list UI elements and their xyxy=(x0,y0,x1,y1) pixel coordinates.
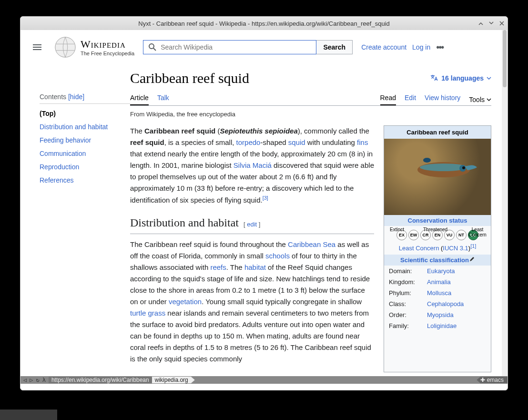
toc-sidebar: Contents [hide] (Top) Distribution and h… xyxy=(20,64,130,372)
logo-subtitle: The Free Encyclopedia xyxy=(81,51,134,56)
nav-forward-button[interactable]: ▷ xyxy=(30,377,33,383)
login-link[interactable]: Log in xyxy=(412,43,430,51)
search-input[interactable] xyxy=(161,43,311,51)
translate-icon xyxy=(430,74,438,82)
row-family: Family:Loliginidae xyxy=(384,320,491,331)
conservation-status: Least Concern (IUCN 3.1)[1] xyxy=(384,242,491,255)
window-title: Nyxt - Caribbean reef squid - Wikipedia … xyxy=(138,20,389,27)
svg-line-2 xyxy=(153,48,156,51)
more-menu-icon[interactable]: ••• xyxy=(436,42,443,53)
globe-icon xyxy=(54,36,77,59)
link-habitat[interactable]: habitat xyxy=(244,263,266,271)
toc-title: Contents xyxy=(40,93,66,101)
infobox-image[interactable] xyxy=(384,139,491,215)
create-account-link[interactable]: Create account xyxy=(361,43,406,51)
infobox: Caribbean reef squid xyxy=(384,125,491,372)
search-icon xyxy=(148,43,157,51)
svg-point-1 xyxy=(149,44,154,49)
link-torpedo[interactable]: torpedo xyxy=(236,138,261,146)
ref-1[interactable]: [1] xyxy=(470,243,476,249)
edit-section-link[interactable]: edit xyxy=(247,221,257,228)
close-icon[interactable] xyxy=(499,20,505,26)
nyxt-statusbar: ◁ ▷ ↻ λ https://en.wikipedia.org/wiki/Ca… xyxy=(20,376,508,384)
user-links: Create account Log in ••• xyxy=(361,42,443,53)
scrollbar-thumb[interactable] xyxy=(503,30,507,87)
link-schools[interactable]: schools xyxy=(265,252,290,260)
link-squid[interactable]: squid xyxy=(288,138,305,146)
svg-point-7 xyxy=(423,158,431,163)
toc-item-references[interactable]: References xyxy=(40,174,130,187)
domain-display[interactable]: wikipedia.org xyxy=(152,377,195,383)
search-button[interactable]: Search xyxy=(316,40,353,54)
tools-menu[interactable]: Tools xyxy=(469,94,491,105)
tabs: Article Talk Read Edit View history Tool… xyxy=(130,94,491,106)
page-title: Caribbean reef squid xyxy=(130,70,249,86)
conservation-header: Conservation status xyxy=(384,215,491,226)
minimize-icon[interactable] xyxy=(478,20,484,26)
tab-read[interactable]: Read xyxy=(380,94,396,105)
cons-ew: EW xyxy=(408,230,419,240)
tab-article[interactable]: Article xyxy=(130,94,149,105)
logo-wordmark: Wikipedia xyxy=(81,38,134,51)
toc-item-communication[interactable]: Communication xyxy=(40,147,130,160)
desktop-taskbar xyxy=(0,410,57,420)
link-fins[interactable]: fins xyxy=(357,138,368,146)
ref-3[interactable]: [3] xyxy=(263,195,268,201)
nav-reload-button[interactable]: ↻ xyxy=(36,377,39,383)
edit-pencil-icon[interactable] xyxy=(469,256,475,262)
mode-indicator[interactable]: ✚ emacs xyxy=(477,377,508,383)
window-controls xyxy=(478,20,505,26)
url-display[interactable]: https://en.wikipedia.org/wiki/Caribbean xyxy=(49,377,155,383)
svg-point-6 xyxy=(462,166,465,169)
conservation-diagram: Extinct Threatened Least Concern EX EW C… xyxy=(384,226,491,242)
svg-point-0 xyxy=(55,37,75,57)
chevron-down-icon xyxy=(487,97,491,102)
link-macia[interactable]: Silvia Maciá xyxy=(234,161,272,169)
toc-item-reproduction[interactable]: Reproduction xyxy=(40,160,130,174)
link-turtle-grass[interactable]: turtle grass xyxy=(130,309,165,317)
toc-hide-link[interactable]: [hide] xyxy=(68,93,84,101)
wikipedia-logo[interactable]: Wikipedia The Free Encyclopedia xyxy=(54,36,134,59)
tab-talk[interactable]: Talk xyxy=(157,94,169,105)
chevron-down-icon xyxy=(487,76,491,81)
language-selector[interactable]: 16 languages xyxy=(430,74,491,82)
tagline: From Wikipedia, the free encyclopedia xyxy=(130,111,491,118)
row-kingdom: Kingdom:Animalia xyxy=(384,277,491,287)
cons-nt: NT xyxy=(456,230,467,240)
toc-item-distribution[interactable]: Distribution and habitat xyxy=(40,120,130,133)
main-menu-button[interactable] xyxy=(29,41,45,54)
tab-edit[interactable]: Edit xyxy=(405,94,416,105)
edit-section: [ edit ] xyxy=(244,221,260,228)
search-form: Search xyxy=(143,40,353,54)
squid-illustration xyxy=(403,153,479,186)
heading-distribution: Distribution and habitat xyxy=(130,216,239,229)
infobox-title: Caribbean reef squid xyxy=(384,126,491,139)
article-body: The Caribbean reef squid (Sepioteuthis s… xyxy=(130,125,374,372)
content-area: Wikipedia The Free Encyclopedia Search C… xyxy=(20,30,508,384)
row-class: Class:Cephalopoda xyxy=(384,298,491,309)
link-reefs[interactable]: reefs xyxy=(210,263,226,271)
classification-header: Scientific classification xyxy=(384,255,491,266)
link-vegetation[interactable]: vegetation xyxy=(169,297,202,306)
row-phylum: Phylum:Mollusca xyxy=(384,287,491,298)
titlebar: Nyxt - Caribbean reef squid - Wikipedia … xyxy=(20,17,508,30)
toc-item-feeding[interactable]: Feeding behavior xyxy=(40,133,130,147)
maximize-icon[interactable] xyxy=(488,20,494,26)
link-caribbean-sea[interactable]: Caribbean Sea xyxy=(288,240,335,248)
browser-window: Nyxt - Caribbean reef squid - Wikipedia … xyxy=(20,16,508,390)
row-order: Order:Myopsida xyxy=(384,309,491,320)
scrollbar[interactable] xyxy=(502,30,508,384)
wiki-header: Wikipedia The Free Encyclopedia Search C… xyxy=(20,30,508,64)
toc-item-top[interactable]: (Top) xyxy=(40,107,130,120)
iucn-link[interactable]: IUCN 3.1 xyxy=(443,245,468,252)
tab-history[interactable]: View history xyxy=(425,94,460,105)
nav-back-button[interactable]: ◁ xyxy=(23,377,27,383)
row-domain: Domain:Eukaryota xyxy=(384,266,491,277)
nav-lambda-button[interactable]: λ xyxy=(42,377,46,383)
article: Caribbean reef squid 16 languages Articl… xyxy=(130,64,508,372)
